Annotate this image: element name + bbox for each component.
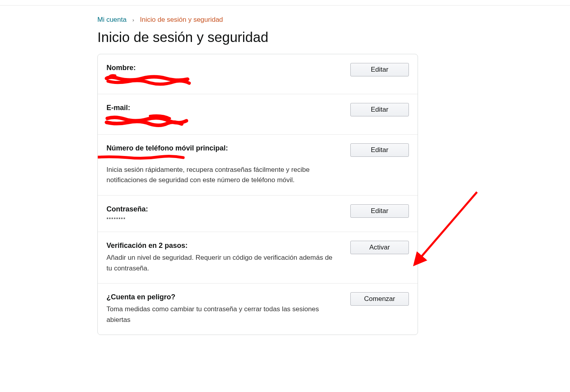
- row-phone: Número de teléfono móvil principal: Inic…: [98, 135, 418, 196]
- label-name: Nombre:: [106, 63, 334, 72]
- redacted-name-value: [106, 75, 334, 84]
- redacted-phone-value: [106, 155, 334, 162]
- label-two-step: Verificación en 2 pasos:: [106, 241, 334, 250]
- start-account-danger-button[interactable]: Comenzar: [350, 292, 409, 306]
- row-email: E-mail: Editar: [98, 94, 418, 134]
- desc-account-danger: Toma medidas como cambiar tu contraseña …: [106, 304, 334, 325]
- settings-card: Nombre: Editar E-mail:: [97, 54, 418, 335]
- redacted-email-value: [106, 115, 334, 125]
- desc-two-step: Añadir un nivel de seguridad. Requerir u…: [106, 253, 334, 274]
- breadcrumb: Mi cuenta › Inicio de sesión y seguridad: [97, 16, 420, 24]
- row-name: Nombre: Editar: [98, 54, 418, 94]
- breadcrumb-account-link[interactable]: Mi cuenta: [97, 16, 127, 23]
- password-mask: ********: [106, 216, 334, 222]
- edit-email-button[interactable]: Editar: [350, 103, 409, 116]
- row-two-step: Verificación en 2 pasos: Añadir un nivel…: [98, 232, 418, 284]
- label-email: E-mail:: [106, 103, 334, 112]
- edit-name-button[interactable]: Editar: [350, 63, 409, 76]
- page-title: Inicio de sesión y seguridad: [97, 29, 420, 45]
- label-phone: Número de teléfono móvil principal:: [106, 143, 334, 153]
- edit-password-button[interactable]: Editar: [350, 204, 409, 218]
- row-account-danger: ¿Cuenta en peligro? Toma medidas como ca…: [98, 284, 418, 335]
- activate-two-step-button[interactable]: Activar: [350, 241, 409, 254]
- row-password: Contraseña: ******** Editar: [98, 196, 418, 232]
- label-account-danger: ¿Cuenta en peligro?: [106, 292, 334, 302]
- edit-phone-button[interactable]: Editar: [350, 143, 409, 157]
- top-bar: [0, 0, 570, 6]
- breadcrumb-current: Inicio de sesión y seguridad: [140, 16, 223, 23]
- desc-phone: Inicia sesión rápidamente, recupera cont…: [106, 165, 334, 186]
- breadcrumb-separator: ›: [132, 17, 134, 23]
- svg-line-1: [416, 192, 477, 263]
- label-password: Contraseña:: [106, 204, 334, 214]
